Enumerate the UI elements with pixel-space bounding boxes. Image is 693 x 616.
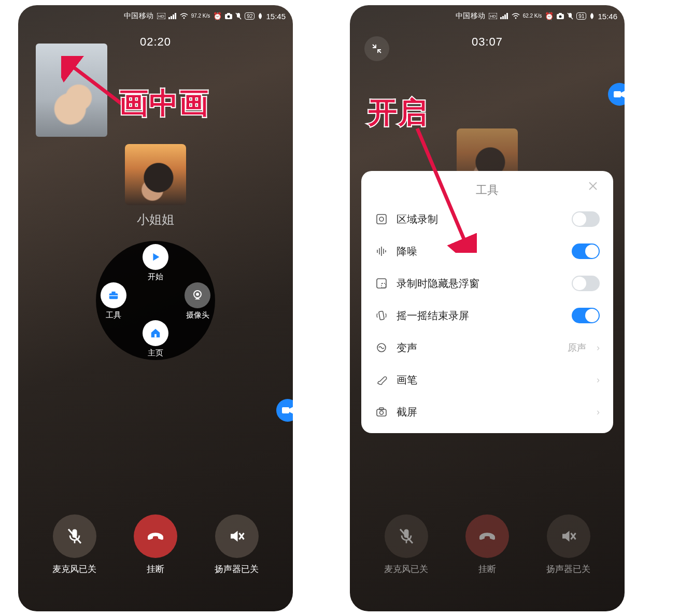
contact-block: 小姐姐	[125, 144, 186, 228]
mic-label: 麦克风已关	[384, 563, 428, 575]
hangup-label: 挂断	[134, 563, 177, 575]
toggle-region-record[interactable]	[572, 211, 600, 227]
svg-rect-2	[168, 17, 170, 19]
dashed-window-icon	[375, 278, 388, 289]
tools-panel-title: 工具	[476, 183, 499, 196]
radial-home-label: 主页	[140, 348, 171, 358]
hd-icon: HD	[489, 13, 497, 19]
signal-icon	[500, 13, 508, 19]
mic-off-icon	[53, 514, 96, 558]
annotation-arrow-left	[61, 56, 129, 113]
call-duration: 03:07	[350, 35, 625, 49]
chevron-right-icon: ›	[597, 375, 600, 385]
mic-button[interactable]: 麦克风已关	[384, 514, 428, 575]
tool-label: 变声	[397, 341, 559, 355]
close-icon	[588, 181, 598, 191]
speaker-button[interactable]: 扬声器已关	[546, 514, 590, 575]
svg-point-32	[559, 16, 562, 18]
minimize-icon	[372, 44, 382, 54]
hangup-button[interactable]: 挂断	[134, 514, 177, 575]
shake-phone-icon	[375, 310, 388, 321]
svg-rect-16	[154, 334, 157, 337]
camera-icon	[375, 406, 388, 418]
status-bar: 中国移动 HD 97.2 K/s ⏰ 92 15:45	[18, 5, 293, 27]
battery-indicator: 92	[245, 12, 254, 20]
contact-avatar[interactable]	[125, 144, 186, 205]
wifi-icon	[512, 13, 520, 19]
tool-row-voice-change[interactable]: 变声 原声 ›	[375, 332, 600, 364]
svg-rect-27	[504, 15, 506, 19]
svg-rect-4	[173, 15, 174, 19]
toggle-noise-reduction[interactable]	[572, 243, 600, 259]
svg-rect-48	[377, 409, 386, 416]
camera-indicator-icon	[225, 13, 232, 19]
voice-change-icon	[375, 342, 388, 353]
leaf-icon	[589, 13, 595, 19]
svg-rect-46	[379, 311, 385, 320]
svg-rect-13	[109, 295, 118, 296]
radial-start-button[interactable]: 开始	[140, 244, 171, 282]
leaf-icon	[258, 13, 263, 19]
hangup-icon	[134, 514, 177, 558]
tool-label: 截屏	[397, 405, 586, 419]
toggle-hide-floating[interactable]	[572, 276, 600, 291]
svg-rect-26	[502, 16, 504, 19]
svg-point-15	[196, 293, 199, 296]
tool-label: 摇一摇结束录屏	[397, 309, 563, 323]
speaker-button[interactable]: 扬声器已关	[215, 514, 259, 575]
clock-label: 15:45	[266, 12, 286, 21]
chevron-right-icon: ›	[597, 407, 600, 418]
svg-rect-28	[506, 13, 508, 19]
toggle-shake-stop[interactable]	[572, 308, 600, 323]
svg-rect-33	[614, 91, 621, 97]
svg-line-56	[69, 64, 123, 105]
hd-icon: HD	[157, 13, 165, 19]
webcam-icon	[185, 282, 210, 308]
mute-icon	[567, 12, 573, 20]
carrier-label: 中国移动	[124, 11, 154, 21]
annotation-arrow-right	[373, 123, 477, 253]
svg-rect-45	[381, 283, 386, 288]
net-speed-label: 97.2 K/s	[191, 13, 210, 19]
tool-value: 原声	[568, 341, 586, 354]
radial-camera-button[interactable]: 摄像头	[182, 282, 213, 320]
floating-camera-badge[interactable]	[608, 83, 625, 106]
camera-indicator-icon	[557, 13, 564, 19]
home-icon	[143, 320, 168, 346]
mic-off-icon	[385, 514, 428, 558]
svg-rect-12	[111, 292, 115, 294]
floating-camera-badge[interactable]	[276, 399, 293, 422]
tool-row-brush[interactable]: 画笔 ›	[375, 364, 600, 396]
minimize-button[interactable]	[364, 36, 389, 61]
battery-indicator: 91	[576, 12, 586, 20]
svg-text:HD: HD	[158, 14, 164, 19]
tool-label: 录制时隐藏悬浮窗	[397, 277, 563, 291]
camcorder-icon	[614, 90, 625, 98]
svg-point-50	[380, 411, 384, 414]
carrier-label: 中国移动	[456, 11, 486, 21]
mic-button[interactable]: 麦克风已关	[52, 514, 96, 575]
hangup-button[interactable]: 挂断	[465, 514, 509, 575]
radial-camera-label: 摄像头	[182, 310, 213, 320]
svg-rect-5	[175, 13, 176, 19]
tool-label: 画笔	[397, 373, 586, 387]
brush-icon	[375, 374, 388, 385]
radial-menu: 开始 工具 摄像头 主页	[96, 241, 215, 360]
alarm-icon: ⏰	[545, 12, 554, 20]
svg-marker-34	[621, 91, 625, 98]
tool-row-screenshot[interactable]: 截屏 ›	[375, 396, 600, 428]
tool-row-hide-floating[interactable]: 录制时隐藏悬浮窗	[375, 267, 600, 299]
camcorder-icon	[282, 406, 293, 414]
radial-tools-button[interactable]: 工具	[98, 282, 129, 320]
radial-home-button[interactable]: 主页	[140, 320, 171, 358]
svg-marker-18	[289, 407, 293, 414]
svg-rect-49	[379, 408, 384, 410]
annotation-text-enable: 开启	[368, 93, 428, 133]
clock-label: 15:46	[598, 12, 617, 21]
call-controls: 麦克风已关 挂断 扬声器已关	[18, 514, 293, 575]
svg-marker-10	[153, 253, 159, 261]
tool-row-shake-stop[interactable]: 摇一摇结束录屏	[375, 299, 600, 332]
svg-rect-17	[282, 407, 289, 413]
speaker-label: 扬声器已关	[546, 563, 590, 575]
close-button[interactable]	[588, 181, 598, 193]
